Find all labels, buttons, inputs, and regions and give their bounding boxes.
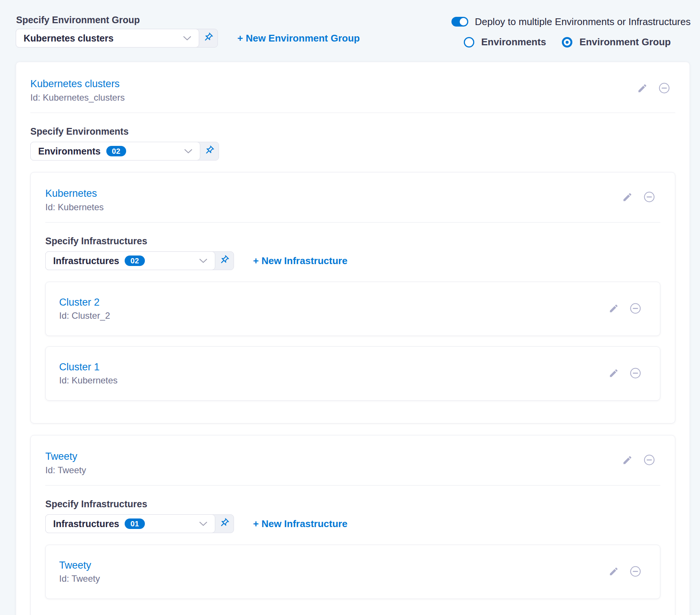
infrastructure-card: Tweety Id: Tweety	[45, 545, 660, 599]
minus-circle-icon	[658, 82, 670, 95]
environment-group-id: Id: Kubernetes_clusters	[30, 92, 125, 103]
chevron-down-icon	[183, 36, 191, 41]
infrastructure-title[interactable]: Cluster 2	[59, 297, 110, 308]
infrastructure-id: Id: Tweety	[59, 573, 100, 584]
radio-environment-group-circle[interactable]	[562, 37, 572, 48]
specify-infrastructures-label: Specify Infrastructures	[45, 499, 660, 509]
infrastructures-select-box[interactable]: Infrastructures 02	[45, 251, 215, 270]
remove-infrastructure-button[interactable]	[630, 566, 641, 578]
infrastructure-title[interactable]: Tweety	[59, 560, 100, 571]
environment-title[interactable]: Kubernetes	[45, 187, 104, 199]
environment-id: Id: Tweety	[45, 465, 86, 475]
edit-infrastructure-button[interactable]	[609, 368, 619, 379]
remove-infrastructure-button[interactable]	[630, 367, 641, 380]
divider	[30, 113, 675, 113]
deploy-toggle[interactable]	[451, 17, 468, 27]
infrastructures-select[interactable]: Infrastructures 01	[45, 514, 234, 533]
environments-select-value: Environments	[38, 146, 101, 157]
pin-button[interactable]	[215, 252, 234, 270]
remove-environment-button[interactable]	[643, 191, 655, 204]
pin-button[interactable]	[199, 29, 217, 47]
minus-circle-icon	[630, 367, 641, 380]
pencil-icon	[609, 303, 619, 315]
pushpin-icon	[204, 145, 214, 157]
chevron-down-icon	[199, 521, 207, 526]
pushpin-icon	[219, 255, 229, 267]
environments-count-badge: 02	[106, 146, 126, 156]
infrastructures-count-badge: 02	[125, 256, 144, 266]
environment-group-header: Kubernetes clusters Id: Kubernetes_clust…	[30, 62, 675, 103]
infrastructures-select-value: Infrastructures	[53, 256, 119, 266]
infrastructure-card: Cluster 2 Id: Cluster_2	[45, 282, 660, 336]
pencil-icon	[622, 192, 633, 204]
chevron-down-icon	[199, 258, 207, 263]
radio-environments-label: Environments	[481, 36, 546, 48]
minus-circle-icon	[630, 566, 641, 578]
edit-environment-group-button[interactable]	[637, 83, 648, 95]
edit-environment-button[interactable]	[622, 192, 633, 204]
minus-circle-icon	[643, 454, 655, 467]
environment-group-select[interactable]: Kubernetes clusters	[16, 29, 218, 48]
infrastructure-card: Cluster 1 Id: Kubernetes	[45, 346, 660, 401]
minus-circle-icon	[630, 303, 641, 315]
specify-environments-label: Specify Environments	[30, 126, 675, 137]
specify-infrastructures-label: Specify Infrastructures	[45, 236, 660, 246]
radio-environments[interactable]: Environments	[464, 36, 546, 48]
new-infrastructure-link[interactable]: + New Infrastructure	[253, 518, 347, 530]
environment-group-title[interactable]: Kubernetes clusters	[30, 78, 125, 90]
environment-card: Kubernetes Id: Kubernetes Specify Infras…	[30, 172, 675, 423]
radio-environment-group[interactable]: Environment Group	[562, 36, 671, 48]
new-infrastructure-link[interactable]: + New Infrastructure	[253, 255, 347, 267]
pin-button[interactable]	[200, 142, 219, 160]
remove-environment-button[interactable]	[643, 454, 655, 467]
infrastructure-title[interactable]: Cluster 1	[59, 361, 118, 373]
pencil-icon	[637, 83, 648, 95]
environment-group-label: Specify Environment Group	[16, 15, 140, 25]
infrastructure-id: Id: Kubernetes	[59, 375, 118, 386]
pin-button[interactable]	[215, 515, 234, 533]
chevron-down-icon	[184, 149, 192, 154]
pencil-icon	[609, 368, 619, 379]
remove-environment-group-button[interactable]	[658, 82, 670, 95]
new-environment-group-link[interactable]: + New Environment Group	[237, 33, 360, 44]
pushpin-icon	[219, 518, 229, 530]
environment-group-select-value: Kubernetes clusters	[24, 33, 113, 44]
infrastructures-select-box[interactable]: Infrastructures 01	[45, 514, 215, 533]
pencil-icon	[622, 455, 633, 466]
remove-infrastructure-button[interactable]	[630, 303, 641, 315]
minus-circle-icon	[643, 191, 655, 204]
environment-group-select-box[interactable]: Kubernetes clusters	[16, 29, 199, 48]
edit-environment-button[interactable]	[622, 455, 633, 466]
edit-infrastructure-button[interactable]	[609, 566, 619, 578]
infrastructures-select-value: Infrastructures	[53, 518, 119, 529]
infrastructure-id: Id: Cluster_2	[59, 310, 110, 321]
radio-environment-group-label: Environment Group	[579, 36, 671, 48]
edit-infrastructure-button[interactable]	[609, 303, 619, 315]
environment-group-card: Kubernetes clusters Id: Kubernetes_clust…	[16, 62, 690, 615]
environment-id: Id: Kubernetes	[45, 202, 104, 212]
environments-select[interactable]: Environments 02	[30, 142, 219, 160]
pencil-icon	[609, 566, 619, 578]
environments-select-box[interactable]: Environments 02	[30, 142, 200, 160]
environment-card: Tweety Id: Tweety Specify Infrastructure…	[30, 435, 675, 615]
deploy-toggle-label: Deploy to multiple Environments or Infra…	[475, 16, 691, 27]
infrastructures-count-badge: 01	[125, 518, 144, 529]
divider	[45, 222, 660, 223]
infrastructures-select[interactable]: Infrastructures 02	[45, 251, 234, 270]
toggle-knob	[460, 18, 467, 25]
pushpin-icon	[203, 32, 213, 44]
environment-title[interactable]: Tweety	[45, 450, 86, 462]
radio-environments-circle[interactable]	[464, 37, 474, 48]
divider	[45, 485, 660, 486]
